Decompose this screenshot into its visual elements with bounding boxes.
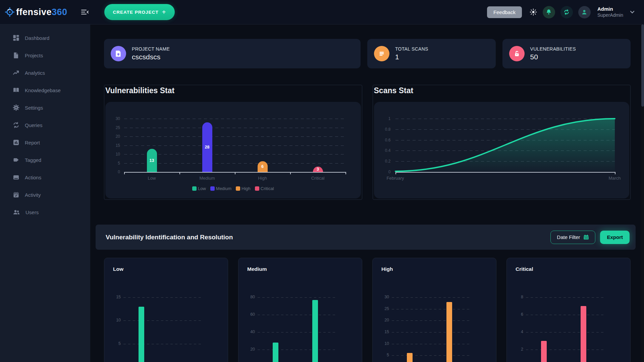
bar-value-label: 28	[205, 145, 210, 149]
gridline	[392, 297, 471, 298]
theme-toggle-sun-icon[interactable]	[529, 8, 537, 16]
stat-value: 50	[530, 53, 576, 61]
bar[interactable]	[581, 306, 586, 362]
stat-card-total-scans: TOTAL SCANS 1	[367, 39, 496, 68]
bar-critical[interactable]: 3	[313, 167, 323, 172]
export-button[interactable]: Export	[600, 231, 630, 244]
sidebar-item-queries[interactable]: Queries	[0, 116, 90, 134]
critical-severity-chart: Critical 02468	[506, 258, 631, 362]
sidebar-item-projects[interactable]: Projects	[0, 47, 90, 64]
y-axis-tick-label: 15	[376, 329, 389, 334]
sidebar-label: Analytics	[25, 70, 45, 76]
sidebar-item-actions[interactable]: Actions	[0, 169, 90, 186]
avatar[interactable]	[578, 6, 591, 18]
x-axis-tick	[235, 172, 235, 174]
bar[interactable]	[446, 302, 452, 362]
gridline	[392, 309, 471, 309]
user-name: Admin	[597, 6, 623, 12]
stat-value: 1	[395, 53, 428, 61]
y-axis-tick-label: 5	[107, 341, 121, 346]
sidebar-label: Knowledgebase	[25, 87, 61, 93]
gridline	[392, 344, 471, 344]
y-axis-tick-label: 30	[376, 295, 389, 299]
sidebar-label: Settings	[25, 105, 43, 111]
medium-severity-chart: Medium 020406080	[238, 258, 362, 362]
crosshair-logo-icon	[5, 7, 15, 17]
gridline	[124, 163, 345, 164]
user-menu[interactable]: Admin SuperAdmin	[597, 6, 623, 18]
sidebar-item-analytics[interactable]: Analytics	[0, 64, 90, 81]
bar[interactable]	[139, 307, 144, 362]
bar[interactable]	[273, 343, 278, 362]
y-axis-tick-label: 5	[105, 161, 120, 166]
y-axis-tick-label: 30	[105, 116, 120, 121]
sidebar-item-users[interactable]: Users	[0, 203, 90, 221]
refresh-button[interactable]	[560, 6, 573, 18]
sidebar-item-dashboard[interactable]: Dashboard	[0, 29, 90, 47]
feedback-button[interactable]: Feedback	[487, 6, 522, 18]
high-severity-chart: High 051015202530	[372, 258, 496, 362]
y-axis-tick-label: 0.2	[374, 159, 391, 164]
person-icon	[581, 9, 588, 15]
scrollbar-thumb[interactable]	[641, 24, 644, 107]
section-header: Vulnerability Identification and Resolut…	[96, 225, 636, 250]
chart-title: Medium	[247, 266, 267, 272]
gridline	[124, 145, 345, 146]
y-axis-tick-label: 40	[241, 329, 255, 334]
legend-label: Medium	[216, 186, 231, 191]
severity-charts-row: Low 051015 Medium 020406080 High 0510152…	[104, 258, 631, 362]
logo-number: 360	[52, 7, 67, 17]
legend-item-critical[interactable]: Critical	[255, 186, 274, 191]
gridline	[258, 350, 337, 350]
legend-item-medium[interactable]: Medium	[210, 186, 231, 191]
gridline	[526, 315, 605, 315]
bar-high[interactable]: 6	[258, 161, 268, 172]
chart-title: Low	[113, 266, 123, 272]
sidebar-item-settings[interactable]: Settings	[0, 99, 90, 116]
notifications-button[interactable]	[543, 6, 555, 18]
legend-item-low[interactable]: Low	[192, 186, 206, 191]
analytics-icon	[13, 69, 19, 76]
chevron-down-icon[interactable]	[630, 9, 635, 15]
bar[interactable]	[541, 341, 547, 362]
sidebar-label: Actions	[25, 175, 41, 180]
users-icon	[13, 209, 20, 216]
sidebar-item-knowledgebase[interactable]: Knowledgebase	[0, 81, 90, 99]
x-axis-category-label: Low	[133, 176, 170, 181]
bar-medium[interactable]: 28	[202, 122, 212, 172]
gridline	[526, 350, 605, 350]
bar-low[interactable]: 13	[147, 149, 157, 172]
y-axis-tick-label: 6	[510, 312, 523, 317]
chart-title: Scans Stat	[373, 85, 631, 95]
x-axis-month-label: March	[596, 176, 630, 181]
y-axis-tick-label: 20	[241, 347, 255, 352]
gridline	[124, 136, 345, 137]
dashboard-icon	[13, 35, 19, 41]
bar[interactable]	[407, 353, 413, 362]
gridline	[123, 320, 203, 321]
y-axis-tick-label: 0.4	[374, 148, 391, 153]
app-logo[interactable]: ffensive360	[5, 7, 67, 17]
vulnerabilities-stat-chart: 05101520253013Low28Medium6High3CriticalL…	[105, 102, 361, 198]
project-document-icon	[111, 46, 126, 61]
sidebar-item-activity[interactable]: Activity	[0, 186, 90, 203]
topbar: ffensive360 CREATE PROJECT + Feedback	[0, 0, 644, 24]
bar-value-label: 3	[317, 167, 319, 172]
create-project-label: CREATE PROJECT	[113, 10, 159, 15]
sidebar-item-report[interactable]: Report	[0, 134, 90, 151]
legend-swatch	[255, 186, 259, 191]
gridline	[123, 344, 203, 344]
gridline	[124, 154, 345, 155]
y-axis-tick-label: 10	[105, 152, 120, 157]
bar[interactable]	[312, 300, 318, 362]
x-axis-category-label: Critical	[300, 176, 336, 181]
legend-swatch	[210, 186, 215, 191]
create-project-button[interactable]: CREATE PROJECT +	[104, 4, 175, 20]
date-filter-button[interactable]: Date Filter	[550, 231, 595, 244]
y-axis-tick-label: 20	[376, 318, 389, 322]
legend-item-high[interactable]: High	[236, 186, 251, 191]
scrollbar-track[interactable]	[641, 24, 644, 362]
sidebar-collapse-icon[interactable]	[81, 8, 89, 16]
y-axis-tick-label: 20	[105, 134, 120, 139]
sidebar-item-tagged[interactable]: Tagged	[0, 151, 90, 169]
